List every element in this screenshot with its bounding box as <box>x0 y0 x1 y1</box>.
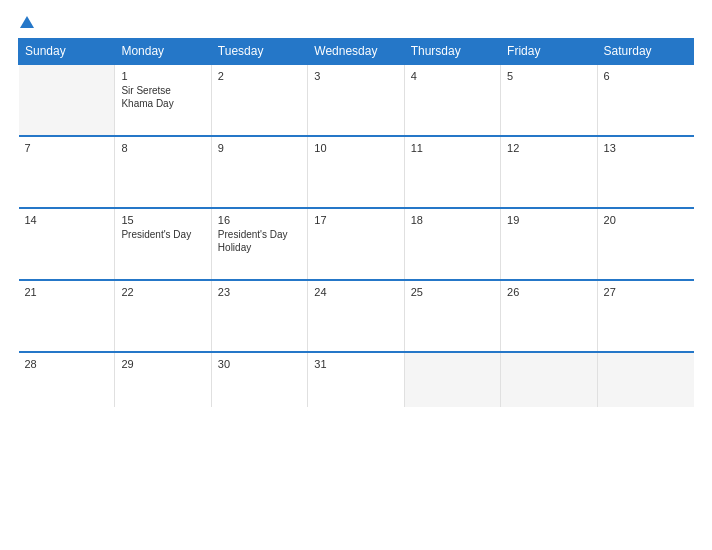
event-text: President's Day <box>121 228 204 241</box>
calendar-cell: 27 <box>597 280 693 352</box>
calendar-cell: 13 <box>597 136 693 208</box>
day-number: 23 <box>218 286 301 298</box>
weekday-saturday: Saturday <box>597 39 693 65</box>
weekday-sunday: Sunday <box>19 39 115 65</box>
day-number: 3 <box>314 70 397 82</box>
calendar-cell: 2 <box>211 64 307 136</box>
event-text: President's Day Holiday <box>218 228 301 254</box>
calendar-cell: 19 <box>501 208 597 280</box>
calendar-cell: 17 <box>308 208 404 280</box>
day-number: 16 <box>218 214 301 226</box>
day-number: 24 <box>314 286 397 298</box>
day-number: 31 <box>314 358 397 370</box>
week-row-0: 1Sir Seretse Khama Day23456 <box>19 64 694 136</box>
calendar-cell: 18 <box>404 208 500 280</box>
calendar-cell: 11 <box>404 136 500 208</box>
day-number: 9 <box>218 142 301 154</box>
calendar-cell: 26 <box>501 280 597 352</box>
weekday-wednesday: Wednesday <box>308 39 404 65</box>
day-number: 28 <box>25 358 109 370</box>
event-text: Sir Seretse Khama Day <box>121 84 204 110</box>
calendar-cell <box>501 352 597 407</box>
day-number: 1 <box>121 70 204 82</box>
header <box>18 16 694 28</box>
calendar-cell: 12 <box>501 136 597 208</box>
calendar-page: SundayMondayTuesdayWednesdayThursdayFrid… <box>0 0 712 550</box>
day-number: 17 <box>314 214 397 226</box>
day-number: 10 <box>314 142 397 154</box>
day-number: 30 <box>218 358 301 370</box>
calendar-cell: 5 <box>501 64 597 136</box>
day-number: 6 <box>604 70 688 82</box>
weekday-header-row: SundayMondayTuesdayWednesdayThursdayFrid… <box>19 39 694 65</box>
calendar-cell: 8 <box>115 136 211 208</box>
calendar-cell: 20 <box>597 208 693 280</box>
calendar-cell: 4 <box>404 64 500 136</box>
week-row-4: 28293031 <box>19 352 694 407</box>
day-number: 7 <box>25 142 109 154</box>
week-row-1: 78910111213 <box>19 136 694 208</box>
calendar-cell: 31 <box>308 352 404 407</box>
day-number: 15 <box>121 214 204 226</box>
day-number: 20 <box>604 214 688 226</box>
calendar-cell: 28 <box>19 352 115 407</box>
day-number: 12 <box>507 142 590 154</box>
calendar-cell: 22 <box>115 280 211 352</box>
day-number: 8 <box>121 142 204 154</box>
day-number: 19 <box>507 214 590 226</box>
calendar-cell <box>597 352 693 407</box>
week-row-2: 1415President's Day16President's Day Hol… <box>19 208 694 280</box>
day-number: 4 <box>411 70 494 82</box>
calendar-cell: 1Sir Seretse Khama Day <box>115 64 211 136</box>
logo-blue-text <box>18 16 34 28</box>
calendar-cell: 14 <box>19 208 115 280</box>
calendar-cell: 21 <box>19 280 115 352</box>
day-number: 21 <box>25 286 109 298</box>
calendar-cell <box>404 352 500 407</box>
day-number: 11 <box>411 142 494 154</box>
calendar-cell: 9 <box>211 136 307 208</box>
day-number: 13 <box>604 142 688 154</box>
day-number: 22 <box>121 286 204 298</box>
day-number: 5 <box>507 70 590 82</box>
weekday-monday: Monday <box>115 39 211 65</box>
calendar-cell: 3 <box>308 64 404 136</box>
calendar-cell: 25 <box>404 280 500 352</box>
weekday-tuesday: Tuesday <box>211 39 307 65</box>
day-number: 27 <box>604 286 688 298</box>
calendar-table: SundayMondayTuesdayWednesdayThursdayFrid… <box>18 38 694 407</box>
calendar-cell: 24 <box>308 280 404 352</box>
calendar-cell: 10 <box>308 136 404 208</box>
calendar-cell: 15President's Day <box>115 208 211 280</box>
weekday-thursday: Thursday <box>404 39 500 65</box>
calendar-cell: 30 <box>211 352 307 407</box>
calendar-cell: 7 <box>19 136 115 208</box>
day-number: 2 <box>218 70 301 82</box>
day-number: 14 <box>25 214 109 226</box>
calendar-cell: 16President's Day Holiday <box>211 208 307 280</box>
calendar-cell: 23 <box>211 280 307 352</box>
weekday-friday: Friday <box>501 39 597 65</box>
calendar-cell: 6 <box>597 64 693 136</box>
week-row-3: 21222324252627 <box>19 280 694 352</box>
calendar-cell <box>19 64 115 136</box>
day-number: 25 <box>411 286 494 298</box>
calendar-cell: 29 <box>115 352 211 407</box>
logo-triangle-icon <box>20 16 34 28</box>
logo <box>18 16 34 28</box>
day-number: 18 <box>411 214 494 226</box>
day-number: 29 <box>121 358 204 370</box>
day-number: 26 <box>507 286 590 298</box>
